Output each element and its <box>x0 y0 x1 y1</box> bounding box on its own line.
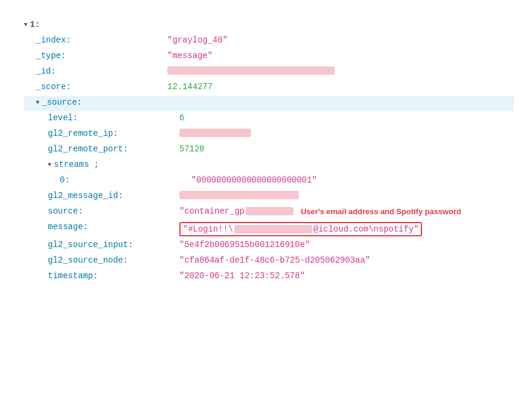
message-row: message: "#Login!!\ @icloud.com\nspotify… <box>24 220 514 238</box>
source-field-value: "container_gp User's email address and S… <box>179 206 461 216</box>
remote-port-value: 57128 <box>179 144 204 154</box>
source-input-value: "5e4f2b0069515b001216910e" <box>179 240 310 249</box>
message-value-box: "#Login!!\ @icloud.com\nspotify" <box>179 222 422 236</box>
source-triangle[interactable]: ▼ <box>36 99 39 106</box>
timestamp-key: timestamp: <box>48 271 179 281</box>
annotation-label: User's email address and Spotify passwor… <box>301 207 461 216</box>
id-row: _id: <box>24 65 514 80</box>
source-partial-text: "container_gp <box>179 206 244 216</box>
redacted-email <box>234 225 312 233</box>
root-key: ▼ 1: <box>24 20 155 29</box>
remote-port-key: gl2_remote_port: <box>48 144 179 154</box>
score-value: 12.144277 <box>167 82 213 92</box>
remote-port-row: gl2_remote_port: 57128 <box>24 142 514 158</box>
source-key: ▼ _source: <box>36 98 167 107</box>
level-value: 6 <box>179 113 184 123</box>
message-prefix: "#Login!!\ <box>183 224 233 234</box>
id-value-redacted <box>167 66 335 77</box>
stream-0-row: 0: "00000000000000000000001" <box>24 174 514 189</box>
redacted-source <box>246 207 293 215</box>
type-row: _type: "message" <box>24 49 514 65</box>
source-input-key: gl2_source_input: <box>48 240 179 249</box>
remote-ip-value-redacted <box>179 129 251 139</box>
source-field-key: source: <box>48 206 179 216</box>
score-row: _score: 12.144277 <box>24 80 514 96</box>
remote-ip-row: gl2_remote_ip: <box>24 127 514 142</box>
streams-key: ▼ streams ; <box>48 160 179 169</box>
id-key: _id: <box>36 66 167 76</box>
message-id-row: gl2_message_id: <box>24 189 514 205</box>
index-row: _index: "graylog_40" <box>24 34 514 49</box>
stream-0-key: 0: <box>60 175 191 185</box>
source-node-value: "cfa864af-de1f-48c6-b725-d205062903aa" <box>179 255 370 265</box>
type-key: _type: <box>36 51 167 60</box>
type-value: "message" <box>167 51 213 60</box>
level-row: level: 6 <box>24 111 514 127</box>
source-node-row: gl2_source_node: "cfa864af-de1f-48c6-b72… <box>24 254 514 269</box>
timestamp-value: "2020-06-21 12:23:52.578" <box>179 271 305 281</box>
index-key: _index: <box>36 35 167 45</box>
message-key: message: <box>48 222 179 232</box>
message-id-key: gl2_message_id: <box>48 191 179 200</box>
root-row: ▼ 1: <box>24 18 514 34</box>
source-node-key: gl2_source_node: <box>48 255 179 265</box>
redacted-message-id <box>179 191 299 199</box>
index-value: "graylog_40" <box>167 35 228 45</box>
score-key: _score: <box>36 82 167 92</box>
redacted-id <box>167 66 335 75</box>
level-key: level: <box>48 113 179 123</box>
timestamp-row: timestamp: "2020-06-21 12:23:52.578" <box>24 269 514 285</box>
remote-ip-key: gl2_remote_ip: <box>48 129 179 138</box>
message-id-value-redacted <box>179 191 299 202</box>
redacted-ip <box>179 129 251 137</box>
message-suffix: @icloud.com\nspotify" <box>313 224 418 234</box>
source-field-row: source: "container_gp User's email addre… <box>24 205 514 220</box>
streams-triangle[interactable]: ▼ <box>48 162 51 168</box>
json-viewer: ▼ 1: _index: "graylog_40" _type: "messag… <box>12 12 520 291</box>
source-input-row: gl2_source_input: "5e4f2b0069515b0012169… <box>24 238 514 254</box>
root-triangle[interactable]: ▼ <box>24 22 27 28</box>
source-row: ▼ _source: <box>24 96 514 111</box>
stream-0-value: "00000000000000000000001" <box>191 175 317 185</box>
streams-row: ▼ streams ; <box>24 158 514 174</box>
